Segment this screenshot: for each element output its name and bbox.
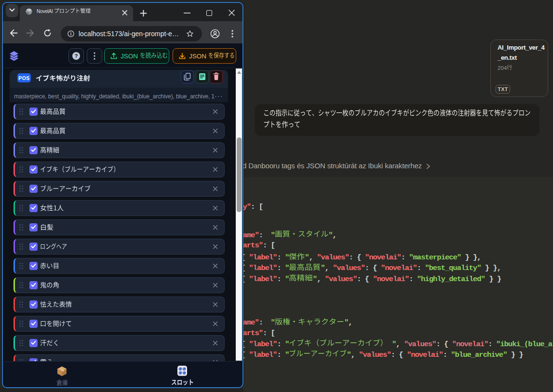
- svg-text:?: ?: [74, 53, 78, 59]
